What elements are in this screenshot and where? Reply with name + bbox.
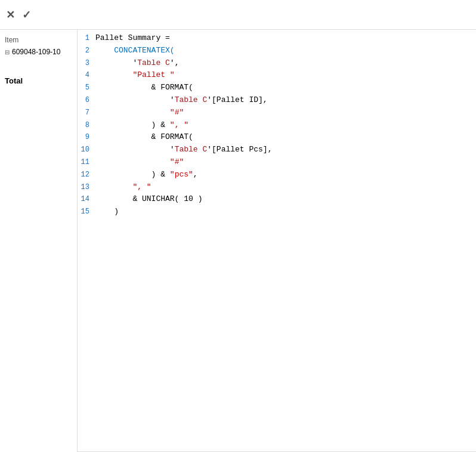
main-container: Item ⊟ 609048-109-10 Total 1Pallet Summa… <box>0 30 476 452</box>
line-number: 4 <box>78 70 95 81</box>
left-panel: Item ⊟ 609048-109-10 Total <box>0 30 78 452</box>
line-content: "#" <box>95 156 184 169</box>
line-content: "Pallet " <box>95 69 175 82</box>
item-row: ⊟ 609048-109-10 <box>5 47 72 57</box>
line-number: 6 <box>78 95 95 106</box>
code-line: 9 & FORMAT( <box>78 131 476 144</box>
code-line: 2 CONCATENATEX( <box>78 45 476 57</box>
line-number: 8 <box>78 120 95 131</box>
line-number: 9 <box>78 132 95 143</box>
line-content: & FORMAT( <box>95 131 193 144</box>
line-content: 'Table C'[Pallet ID], <box>95 94 268 107</box>
line-number: 1 <box>78 33 95 44</box>
line-content: CONCATENATEX( <box>95 45 175 57</box>
code-line: 4 "Pallet " <box>78 69 476 82</box>
total-label: Total <box>5 75 72 86</box>
line-number: 14 <box>78 194 95 205</box>
line-number: 2 <box>78 45 95 57</box>
line-content: ) & "pcs", <box>95 169 198 181</box>
expand-icon[interactable]: ⊟ <box>5 49 10 55</box>
line-number: 15 <box>78 206 95 218</box>
code-line: 11 "#" <box>78 156 476 169</box>
line-content: ", " <box>95 181 152 194</box>
toolbar: ✕ ✓ <box>0 0 476 30</box>
code-line: 13 ", " <box>78 181 476 194</box>
line-content: & FORMAT( <box>95 82 193 94</box>
line-number: 5 <box>78 82 95 94</box>
item-value: 609048-109-10 <box>12 48 60 56</box>
line-number: 11 <box>78 157 95 168</box>
line-content: Pallet Summary = <box>95 32 175 45</box>
cancel-button[interactable]: ✕ <box>6 8 15 21</box>
code-line: 8 ) & ", " <box>78 119 476 132</box>
line-content: "#" <box>95 107 184 119</box>
line-number: 13 <box>78 182 95 193</box>
line-number: 3 <box>78 58 95 69</box>
line-content: & UNICHAR( 10 ) <box>95 193 202 206</box>
line-content: 'Table C'[Pallet Pcs], <box>95 144 272 156</box>
item-label: Item <box>5 36 72 44</box>
line-number: 7 <box>78 107 95 119</box>
line-number: 10 <box>78 144 95 156</box>
code-line: 14 & UNICHAR( 10 ) <box>78 193 476 206</box>
code-editor-panel[interactable]: 1Pallet Summary = 2 CONCATENATEX(3 'Tabl… <box>78 30 476 452</box>
confirm-button[interactable]: ✓ <box>22 8 31 21</box>
line-number: 12 <box>78 169 95 181</box>
code-line: 15 ) <box>78 206 476 218</box>
code-line: 6 'Table C'[Pallet ID], <box>78 94 476 107</box>
code-line: 1Pallet Summary = <box>78 32 476 45</box>
code-line: 12 ) & "pcs", <box>78 169 476 181</box>
line-content: 'Table C', <box>95 57 179 70</box>
code-line: 5 & FORMAT( <box>78 82 476 94</box>
line-content: ) & ", " <box>95 119 188 132</box>
line-content: ) <box>95 206 119 218</box>
code-line: 3 'Table C', <box>78 57 476 70</box>
code-editor: 1Pallet Summary = 2 CONCATENATEX(3 'Tabl… <box>78 30 476 221</box>
code-line: 10 'Table C'[Pallet Pcs], <box>78 144 476 156</box>
code-line: 7 "#" <box>78 107 476 119</box>
